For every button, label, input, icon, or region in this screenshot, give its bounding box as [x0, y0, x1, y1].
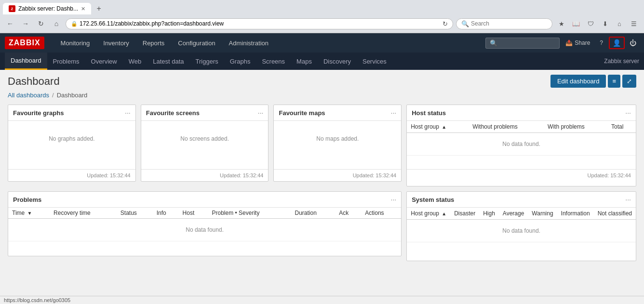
browser-tab-bar: Z Zabbix server: Dashb... ✕ +: [0, 0, 644, 14]
browser-tab-active[interactable]: Z Zabbix server: Dashb... ✕: [3, 3, 91, 14]
help-button[interactable]: ?: [596, 38, 607, 48]
dashboard-list-icon-button[interactable]: ≡: [608, 75, 620, 88]
lock-icon: 🔒: [71, 21, 78, 27]
problems-col-duration: Duration: [291, 208, 335, 219]
subnav-graphs[interactable]: Graphs: [224, 53, 256, 70]
download-icon[interactable]: ⬇: [599, 17, 611, 30]
widget-favourite-screens-menu[interactable]: ···: [258, 109, 264, 117]
browser-chrome: Z Zabbix server: Dashb... ✕ + ← → ↻ ⌂ 🔒 …: [0, 0, 644, 33]
refresh-icon[interactable]: ↻: [443, 20, 448, 27]
subnav-services[interactable]: Services: [357, 53, 392, 70]
problems-no-data: No data found.: [8, 219, 401, 241]
subnav-right-label: Zabbix server: [604, 58, 639, 65]
widget-problems-header: Problems ···: [8, 192, 401, 208]
system-status-sort-icon: ▲: [442, 211, 446, 216]
bottom-url: https://blog.csdn.net/go0305: [4, 297, 70, 303]
widget-problems-menu[interactable]: ···: [391, 196, 397, 203]
user-profile-button[interactable]: 👤: [609, 37, 625, 49]
nav-inventory[interactable]: Inventory: [96, 33, 135, 53]
tab-title: Zabbix server: Dashb...: [18, 5, 78, 12]
url-bar[interactable]: [80, 20, 441, 27]
tab-close-icon[interactable]: ✕: [81, 6, 85, 12]
subnav-problems[interactable]: Problems: [47, 53, 85, 70]
nav-monitoring[interactable]: Monitoring: [54, 33, 97, 53]
reload-button[interactable]: ↻: [35, 17, 47, 30]
subnav-maps[interactable]: Maps: [291, 53, 318, 70]
system-status-no-data: No data found.: [407, 220, 636, 242]
widget-favourite-screens-header: Favourite screens ···: [141, 105, 268, 121]
widget-favourite-screens-body: No screens added.: [141, 121, 268, 169]
subnav-discovery[interactable]: Discovery: [318, 53, 357, 70]
subnav-overview[interactable]: Overview: [85, 53, 123, 70]
widget-favourite-graphs-header: Favourite graphs ···: [8, 105, 135, 121]
widget-favourite-maps-footer: Updated: 15:32:44: [274, 169, 401, 181]
nav-configuration[interactable]: Configuration: [171, 33, 222, 53]
breadcrumb-all-dashboards[interactable]: All dashboards: [8, 92, 49, 99]
app-search-input[interactable]: [497, 40, 555, 46]
url-bar-wrap: 🔒 ↻: [66, 18, 453, 29]
widget-host-status-menu[interactable]: ···: [625, 109, 631, 117]
widget-problems: Problems ··· Time ▼ Recovery time Status: [8, 191, 402, 256]
widget-favourite-graphs-body: No graphs added.: [8, 121, 135, 169]
widget-favourite-maps-menu[interactable]: ···: [391, 109, 397, 117]
widget-favourite-screens-footer: Updated: 15:32:44: [141, 169, 268, 181]
system-status-col-warning: Warning: [528, 208, 557, 220]
system-status-col-group[interactable]: Host group ▲: [407, 208, 450, 220]
forward-button[interactable]: →: [19, 17, 32, 30]
widget-favourite-graphs-menu[interactable]: ···: [125, 109, 131, 117]
widget-system-status: System status ··· Host group ▲ Disaster …: [406, 191, 636, 261]
tab-favicon: Z: [9, 5, 15, 12]
back-button[interactable]: ←: [4, 17, 16, 30]
shield-icon[interactable]: 🛡: [584, 17, 597, 30]
nav-administration[interactable]: Administration: [222, 33, 275, 53]
dashboard-grid: Favourite graphs ··· No graphs added. Up…: [8, 105, 636, 261]
widget-host-status-header: Host status ···: [407, 105, 636, 121]
dashboard-expand-icon-button[interactable]: ⤢: [622, 75, 636, 88]
system-status-col-information: Information: [557, 208, 594, 220]
subnav-web[interactable]: Web: [123, 53, 148, 70]
problems-col-info: Info: [153, 208, 179, 219]
app-search-icon: 🔍: [490, 40, 497, 47]
host-status-col-group[interactable]: Host group ▲: [407, 121, 469, 133]
share-icon: 📤: [565, 40, 573, 46]
home-button[interactable]: ⌂: [50, 17, 63, 30]
host-status-table: Host group ▲ Without problems With probl…: [407, 121, 636, 156]
widget-favourite-screens-title: Favourite screens: [146, 109, 200, 117]
system-status-col-high: High: [479, 208, 499, 220]
host-status-col-total: Total: [607, 121, 636, 133]
app-search-box[interactable]: 🔍: [485, 38, 560, 49]
home-nav-icon[interactable]: ⌂: [613, 17, 626, 30]
bookmark-icon[interactable]: ★: [555, 17, 568, 30]
widget-host-status: Host status ··· Host group ▲ Without pro…: [406, 105, 636, 186]
browser-menu-icon[interactable]: ☰: [628, 17, 640, 30]
widget-favourite-screens-no-data: No screens added.: [146, 126, 264, 152]
problems-col-recovery-time: Recovery time: [50, 208, 117, 219]
widget-system-status-body: Host group ▲ Disaster High Average Warni…: [407, 208, 636, 256]
widget-favourite-graphs-title: Favourite graphs: [13, 109, 64, 117]
subnav-triggers[interactable]: Triggers: [190, 53, 224, 70]
power-button[interactable]: ⏻: [627, 37, 639, 49]
page-title-actions: Edit dashboard ≡ ⤢: [550, 75, 636, 88]
main-nav: Monitoring Inventory Reports Configurati…: [54, 33, 486, 53]
widget-host-status-title: Host status: [412, 109, 446, 117]
subnav-screens[interactable]: Screens: [256, 53, 291, 70]
nav-reports[interactable]: Reports: [136, 33, 172, 53]
subnav-latest-data[interactable]: Latest data: [147, 53, 189, 70]
widget-favourite-screens: Favourite screens ··· No screens added. …: [141, 105, 269, 182]
problems-col-time[interactable]: Time ▼: [8, 208, 50, 219]
problems-col-ack: Ack: [335, 208, 361, 219]
subnav-dashboard[interactable]: Dashboard: [5, 53, 47, 70]
problems-col-host: Host: [179, 208, 208, 219]
widget-favourite-maps-title: Favourite maps: [279, 109, 325, 117]
widget-host-status-body: Host group ▲ Without problems With probl…: [407, 121, 636, 169]
browser-search-input[interactable]: [471, 20, 547, 27]
widget-system-status-menu[interactable]: ···: [625, 196, 631, 203]
problems-col-status: Status: [117, 208, 153, 219]
share-button[interactable]: 📤 Share: [562, 38, 594, 48]
widget-problems-title: Problems: [13, 196, 41, 203]
reading-list-icon[interactable]: 📖: [570, 17, 582, 30]
system-status-col-disaster: Disaster: [450, 208, 479, 220]
edit-dashboard-button[interactable]: Edit dashboard: [550, 75, 606, 88]
new-tab-button[interactable]: +: [93, 3, 105, 14]
zabbix-logo: ZABBIX: [5, 37, 44, 49]
